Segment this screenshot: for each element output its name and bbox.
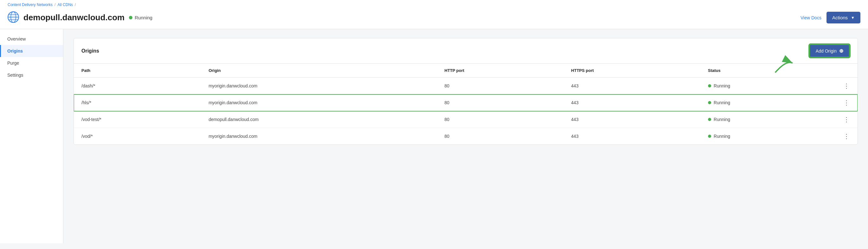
cell-origin: myorigin.danwcloud.com [201, 128, 437, 145]
content-area: Origins Add Origin ⊕ Path [63, 29, 868, 243]
cell-https-port: 443 [564, 111, 701, 128]
header-right: View Docs Actions ▼ [801, 12, 860, 24]
origins-card: Origins Add Origin ⊕ Path [73, 38, 858, 145]
breadcrumb-sep-2: / [75, 3, 76, 7]
cell-origin: demopull.danwcloud.com [201, 111, 437, 128]
cell-menu[interactable]: ⋮ [836, 111, 858, 128]
status-dot-row [708, 101, 711, 104]
actions-button[interactable]: Actions ▼ [827, 12, 860, 24]
col-header-path: Path [74, 64, 201, 77]
site-title: demopull.danwcloud.com [24, 13, 124, 23]
sidebar-item-purge[interactable]: Purge [0, 57, 63, 69]
header-left: demopull.danwcloud.com Running [8, 11, 152, 24]
cell-status: Running [701, 77, 836, 94]
table-header-row: Path Origin HTTP port HTTPS port Status [74, 64, 858, 77]
status-dot-row [708, 84, 711, 87]
origins-table: Path Origin HTTP port HTTPS port Status … [74, 64, 858, 145]
cell-https-port: 443 [564, 77, 701, 94]
cell-status: Running [701, 94, 836, 111]
row-menu-button[interactable]: ⋮ [843, 99, 850, 106]
plus-icon: ⊕ [839, 48, 843, 54]
cell-origin: myorigin.danwcloud.com [201, 77, 437, 94]
status-cell: Running [708, 134, 828, 139]
origins-header: Origins Add Origin ⊕ [74, 38, 858, 64]
row-menu-button[interactable]: ⋮ [843, 132, 850, 140]
sidebar-item-settings[interactable]: Settings [0, 69, 63, 81]
col-header-http: HTTP port [437, 64, 564, 77]
globe-icon [8, 11, 19, 24]
cell-menu[interactable]: ⋮ [836, 77, 858, 94]
status-dot-row [708, 118, 711, 121]
cell-http-port: 80 [437, 128, 564, 145]
header-row: demopull.danwcloud.com Running View Docs… [8, 8, 860, 29]
status-dot [129, 16, 132, 19]
cell-path: /vod/* [74, 128, 201, 145]
cell-menu[interactable]: ⋮ [836, 128, 858, 145]
col-header-https: HTTPS port [564, 64, 701, 77]
status-dot-row [708, 135, 711, 138]
table-row: /hls/*myorigin.danwcloud.com80443Running… [74, 94, 858, 111]
col-header-status: Status [701, 64, 836, 77]
row-menu-button[interactable]: ⋮ [843, 82, 850, 90]
add-origin-button[interactable]: Add Origin ⊕ [809, 44, 850, 58]
cell-path: /vod-test/* [74, 111, 201, 128]
cell-https-port: 443 [564, 128, 701, 145]
status-text: Running [714, 100, 730, 105]
status-text: Running [714, 117, 730, 122]
cell-menu[interactable]: ⋮ [836, 94, 858, 111]
status-text: Running [714, 83, 730, 88]
cell-path: /dash/* [74, 77, 201, 94]
table-row: /vod-test/*demopull.danwcloud.com80443Ru… [74, 111, 858, 128]
breadcrumb-sep-1: / [55, 3, 56, 7]
top-header: Content Delivery Networks / All CDNs / d… [0, 0, 868, 29]
chevron-down-icon: ▼ [851, 15, 855, 20]
col-header-actions [836, 64, 858, 77]
cell-path: /hls/* [74, 94, 201, 111]
cell-http-port: 80 [437, 111, 564, 128]
view-docs-link[interactable]: View Docs [801, 15, 822, 20]
cell-status: Running [701, 128, 836, 145]
status-cell: Running [708, 83, 828, 88]
origins-section-title: Origins [82, 48, 99, 54]
green-arrow [770, 54, 796, 76]
breadcrumb-cdn-link[interactable]: Content Delivery Networks [8, 3, 53, 7]
cell-https-port: 443 [564, 94, 701, 111]
sidebar-item-overview[interactable]: Overview [0, 33, 63, 45]
cell-http-port: 80 [437, 94, 564, 111]
cell-http-port: 80 [437, 77, 564, 94]
sidebar-item-origins[interactable]: Origins [0, 45, 63, 57]
breadcrumb-allcdns-link[interactable]: All CDNs [57, 3, 73, 7]
status-label: Running [135, 15, 152, 20]
status-badge: Running [129, 15, 152, 20]
row-menu-button[interactable]: ⋮ [843, 116, 850, 123]
status-text: Running [714, 134, 730, 139]
main-layout: Overview Origins Purge Settings Origins … [0, 29, 868, 243]
status-cell: Running [708, 117, 828, 122]
table-row: /vod/*myorigin.danwcloud.com80443Running… [74, 128, 858, 145]
status-cell: Running [708, 100, 828, 105]
breadcrumb: Content Delivery Networks / All CDNs / [8, 0, 860, 8]
table-row: /dash/*myorigin.danwcloud.com80443Runnin… [74, 77, 858, 94]
cell-status: Running [701, 111, 836, 128]
col-header-origin: Origin [201, 64, 437, 77]
sidebar: Overview Origins Purge Settings [0, 29, 63, 243]
cell-origin: myorigin.danwcloud.com [201, 94, 437, 111]
